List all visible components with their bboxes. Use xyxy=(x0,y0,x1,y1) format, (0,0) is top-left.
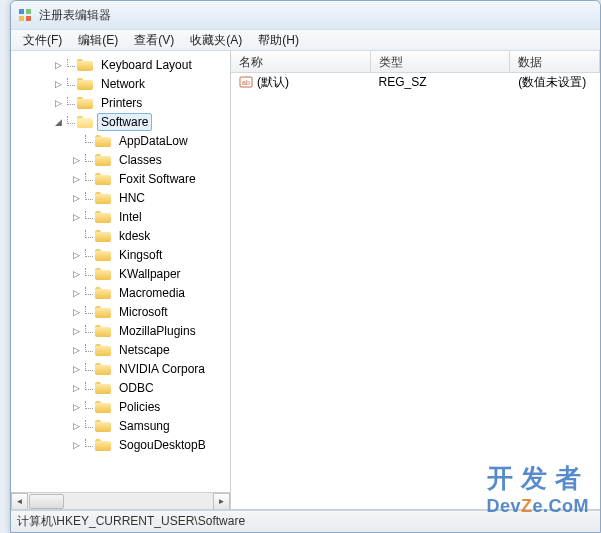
folder-icon xyxy=(77,58,93,71)
registry-tree: ▷Keyboard Layout▷Network▷Printers◢Softwa… xyxy=(11,51,230,458)
tree-item[interactable]: ◢Software xyxy=(11,112,230,131)
tree-item-label: HNC xyxy=(115,189,149,207)
folder-icon xyxy=(95,134,111,147)
status-path: 计算机\HKEY_CURRENT_USER\Software xyxy=(17,513,245,530)
tree-item-label: Macromedia xyxy=(115,284,189,302)
tree-item[interactable]: ▷Kingsoft xyxy=(11,245,230,264)
scroll-right-button[interactable]: ► xyxy=(213,493,230,510)
tree-item-label: NVIDIA Corpora xyxy=(115,360,209,378)
list-header: 名称 类型 数据 xyxy=(231,51,600,73)
collapse-icon[interactable]: ◢ xyxy=(51,115,65,129)
menu-favorites[interactable]: 收藏夹(A) xyxy=(182,30,250,51)
expand-icon[interactable]: ▷ xyxy=(51,96,65,110)
cell-data: (数值未设置) xyxy=(510,74,600,91)
folder-icon xyxy=(77,77,93,90)
app-icon xyxy=(17,7,33,23)
tree-item[interactable]: ▷ODBC xyxy=(11,378,230,397)
expand-icon[interactable]: ▷ xyxy=(69,438,83,452)
tree-pane[interactable]: ▷Keyboard Layout▷Network▷Printers◢Softwa… xyxy=(11,51,231,509)
tree-item[interactable]: ▷Classes xyxy=(11,150,230,169)
tree-item-label: AppDataLow xyxy=(115,132,192,150)
tree-item[interactable]: ▷Foxit Software xyxy=(11,169,230,188)
expand-icon[interactable]: ▷ xyxy=(69,419,83,433)
cell-name: ab(默认) xyxy=(231,74,371,91)
tree-item[interactable]: ▷MozillaPlugins xyxy=(11,321,230,340)
expand-icon[interactable]: ▷ xyxy=(69,305,83,319)
col-type[interactable]: 类型 xyxy=(371,51,511,72)
tree-leaf-icon xyxy=(69,134,83,148)
folder-icon xyxy=(95,324,111,337)
expand-icon[interactable]: ▷ xyxy=(69,324,83,338)
tree-item-label: Samsung xyxy=(115,417,174,435)
svg-rect-0 xyxy=(19,9,24,14)
tree-item-label: Software xyxy=(97,113,152,131)
list-body[interactable]: ab(默认)REG_SZ(数值未设置) xyxy=(231,73,600,509)
scroll-left-button[interactable]: ◄ xyxy=(11,493,28,510)
folder-icon xyxy=(95,381,111,394)
tree-item[interactable]: ▷Keyboard Layout xyxy=(11,55,230,74)
tree-item[interactable]: ▷Netscape xyxy=(11,340,230,359)
tree-item-label: Policies xyxy=(115,398,164,416)
folder-icon xyxy=(95,248,111,261)
tree-item-label: Intel xyxy=(115,208,146,226)
tree-item-label: SogouDesktopB xyxy=(115,436,210,454)
folder-icon xyxy=(95,172,111,185)
folder-icon xyxy=(95,438,111,451)
expand-icon[interactable]: ▷ xyxy=(69,191,83,205)
col-data[interactable]: 数据 xyxy=(510,51,600,72)
tree-item[interactable]: ▷Printers xyxy=(11,93,230,112)
tree-item-label: Classes xyxy=(115,151,166,169)
expand-icon[interactable]: ▷ xyxy=(69,153,83,167)
list-row[interactable]: ab(默认)REG_SZ(数值未设置) xyxy=(231,73,600,91)
menu-file[interactable]: 文件(F) xyxy=(15,30,70,51)
tree-item[interactable]: ▷Samsung xyxy=(11,416,230,435)
expand-icon[interactable]: ▷ xyxy=(69,362,83,376)
menubar: 文件(F) 编辑(E) 查看(V) 收藏夹(A) 帮助(H) xyxy=(11,29,600,51)
tree-item[interactable]: ▷HNC xyxy=(11,188,230,207)
folder-icon xyxy=(77,96,93,109)
tree-hscrollbar[interactable]: ◄ ► xyxy=(11,492,230,509)
tree-item[interactable]: AppDataLow xyxy=(11,131,230,150)
folder-icon xyxy=(95,210,111,223)
menu-view[interactable]: 查看(V) xyxy=(126,30,182,51)
folder-icon xyxy=(95,267,111,280)
tree-item[interactable]: ▷NVIDIA Corpora xyxy=(11,359,230,378)
tree-item[interactable]: ▷Microsoft xyxy=(11,302,230,321)
expand-icon[interactable]: ▷ xyxy=(69,172,83,186)
svg-rect-1 xyxy=(26,9,31,14)
tree-item[interactable]: ▷Macromedia xyxy=(11,283,230,302)
col-name[interactable]: 名称 xyxy=(231,51,371,72)
window-title: 注册表编辑器 xyxy=(39,7,111,24)
folder-icon xyxy=(95,400,111,413)
tree-item[interactable]: ▷KWallpaper xyxy=(11,264,230,283)
menu-help[interactable]: 帮助(H) xyxy=(250,30,307,51)
svg-rect-2 xyxy=(19,16,24,21)
titlebar[interactable]: 注册表编辑器 xyxy=(11,1,600,29)
tree-item[interactable]: ▷Network xyxy=(11,74,230,93)
expand-icon[interactable]: ▷ xyxy=(69,400,83,414)
expand-icon[interactable]: ▷ xyxy=(69,381,83,395)
tree-item[interactable]: ▷Intel xyxy=(11,207,230,226)
tree-item[interactable]: ▷SogouDesktopB xyxy=(11,435,230,454)
expand-icon[interactable]: ▷ xyxy=(51,58,65,72)
tree-item[interactable]: kdesk xyxy=(11,226,230,245)
menu-edit[interactable]: 编辑(E) xyxy=(70,30,126,51)
cell-type: REG_SZ xyxy=(371,75,511,89)
svg-rect-3 xyxy=(26,16,31,21)
folder-icon xyxy=(95,153,111,166)
expand-icon[interactable]: ▷ xyxy=(69,267,83,281)
expand-icon[interactable]: ▷ xyxy=(51,77,65,91)
tree-item[interactable]: ▷Policies xyxy=(11,397,230,416)
expand-icon[interactable]: ▷ xyxy=(69,343,83,357)
tree-item-label: Microsoft xyxy=(115,303,172,321)
expand-icon[interactable]: ▷ xyxy=(69,210,83,224)
folder-icon xyxy=(95,419,111,432)
folder-icon xyxy=(95,305,111,318)
scroll-track[interactable] xyxy=(28,493,213,510)
tree-item-label: MozillaPlugins xyxy=(115,322,200,340)
expand-icon[interactable]: ▷ xyxy=(69,248,83,262)
statusbar: 计算机\HKEY_CURRENT_USER\Software xyxy=(11,510,600,532)
scroll-thumb[interactable] xyxy=(29,494,64,509)
tree-item-label: Kingsoft xyxy=(115,246,166,264)
expand-icon[interactable]: ▷ xyxy=(69,286,83,300)
